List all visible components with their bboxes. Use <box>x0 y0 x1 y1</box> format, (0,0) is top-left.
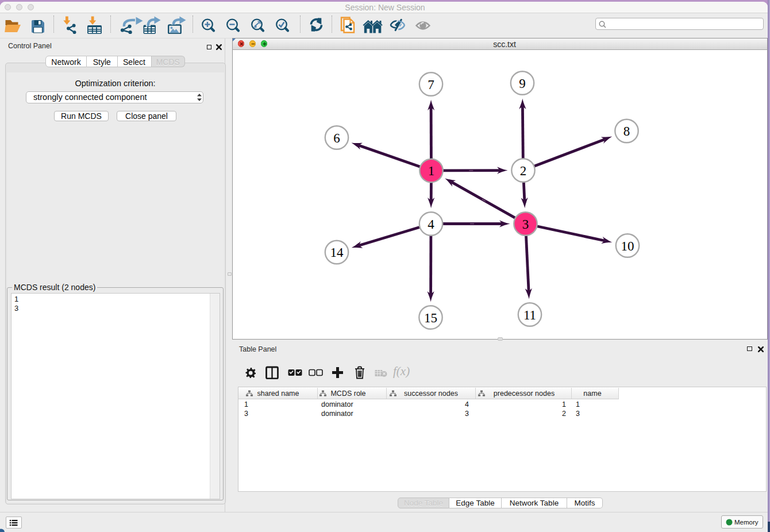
svg-text:6: 6 <box>333 131 340 145</box>
svg-text:8: 8 <box>623 124 630 138</box>
svg-text:11: 11 <box>523 308 536 322</box>
svg-text:7: 7 <box>428 78 434 92</box>
svg-text:9: 9 <box>519 76 526 91</box>
svg-text:1: 1 <box>428 164 435 178</box>
svg-text:10: 10 <box>621 239 634 253</box>
svg-text:4: 4 <box>428 217 434 232</box>
svg-text:3: 3 <box>522 217 529 232</box>
svg-text:Memory: Memory <box>734 519 759 526</box>
svg-text:14: 14 <box>330 245 344 260</box>
svg-text:15: 15 <box>424 311 437 325</box>
svg-text:2: 2 <box>520 164 527 178</box>
